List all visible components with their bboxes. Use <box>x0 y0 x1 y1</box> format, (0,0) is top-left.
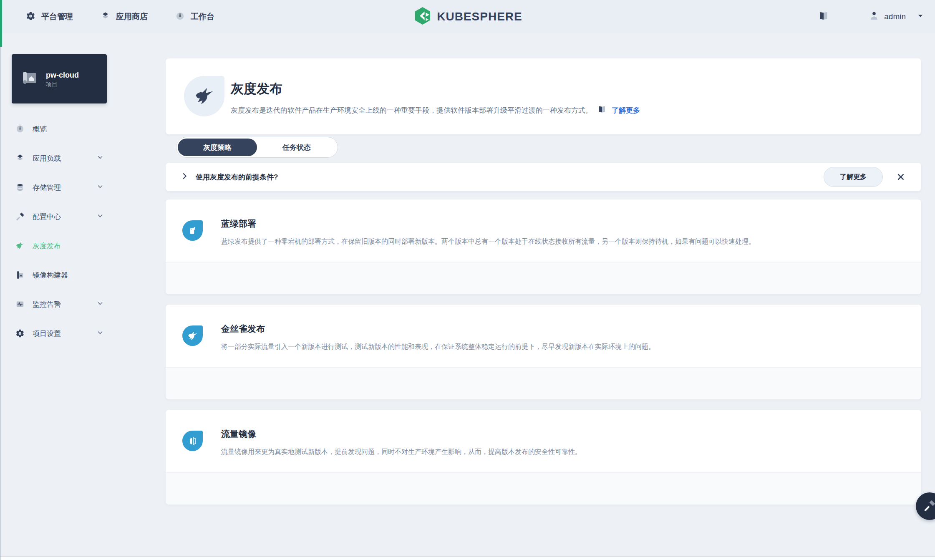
sidebar-item-label: 镜像构建器 <box>33 270 68 280</box>
sidebar-item-label: 存储管理 <box>33 183 61 192</box>
topbar: 平台管理 应用商店 工作台 <box>0 0 935 33</box>
card-footer <box>166 367 921 399</box>
database-icon <box>15 183 25 192</box>
kubesphere-logo[interactable]: KUBESPHERE <box>413 0 522 33</box>
window-bottom-strip <box>0 556 935 560</box>
docs-book-icon[interactable] <box>818 11 829 23</box>
card-title: 流量镜像 <box>221 428 256 440</box>
card-description: 将一部分实际流量引入一个新版本进行测试，测试新版本的性能和表现，在保证系统整体稳… <box>221 343 900 351</box>
sidebar-item-overview[interactable]: 概览 <box>12 114 107 144</box>
card-blue-green-deployment[interactable]: 蓝绿部署 蓝绿发布提供了一种零宕机的部署方式，在保留旧版本的同时部署新版本。两个… <box>166 199 921 294</box>
hammer-icon <box>15 212 25 221</box>
page-description: 灰度发布是迭代的软件产品在生产环境安全上线的一种重要手段，提供软件版本部署升级平… <box>231 106 592 115</box>
sidebar-item-workloads[interactable]: 应用负载 <box>12 144 107 173</box>
sidebar-item-project-settings[interactable]: 项目设置 <box>12 319 107 348</box>
grayscale-release-banner-icon <box>184 76 224 116</box>
nav-label: 平台管理 <box>41 11 73 22</box>
sidebar-item-label: 应用负载 <box>33 154 61 163</box>
sidebar-item-label: 项目设置 <box>33 329 61 338</box>
caret-down-icon <box>917 12 924 21</box>
sidebar-item-monitoring-alerting[interactable]: 监控告警 <box>12 290 107 319</box>
main-content: 灰度发布 灰度发布是迭代的软件产品在生产环境安全上线的一种重要手段，提供软件版本… <box>166 58 921 134</box>
project-name: pw-cloud <box>46 70 79 81</box>
nav-workbench[interactable]: 工作台 <box>175 11 214 23</box>
topbar-nav: 平台管理 应用商店 工作台 <box>26 0 214 33</box>
card-description: 蓝绿发布提供了一种零宕机的部署方式，在保留旧版本的同时部署新版本。两个版本中总有… <box>221 237 900 246</box>
project-icon <box>19 68 39 90</box>
chevron-down-icon <box>96 299 104 309</box>
nav-label: 应用商店 <box>116 11 148 22</box>
gauge-icon <box>175 11 185 23</box>
logo-text: KUBESPHERE <box>437 10 522 23</box>
sidebar-item-image-builder[interactable]: 镜像构建器 <box>12 260 107 290</box>
sidebar-item-grayscale-release[interactable]: 灰度发布 <box>12 231 107 260</box>
learn-more-link[interactable]: 了解更多 <box>612 106 640 115</box>
sidebar-item-label: 概览 <box>33 124 47 134</box>
gauge-icon <box>15 124 25 134</box>
window-edge <box>0 0 0 560</box>
tab-job-status[interactable]: 任务状态 <box>257 139 336 156</box>
card-title: 蓝绿部署 <box>221 218 256 230</box>
sidebar-item-configuration[interactable]: 配置中心 <box>12 202 107 231</box>
page-header-card: 灰度发布 灰度发布是迭代的软件产品在生产环境安全上线的一种重要手段，提供软件版本… <box>166 58 921 134</box>
chevron-down-icon <box>96 182 104 192</box>
card-traffic-mirroring[interactable]: 流量镜像 流量镜像用来更为真实地测试新版本，提前发现问题，同时不对生产环境产生影… <box>166 410 921 505</box>
sidebar-menu: 概览 应用负载 存储管理 <box>12 114 107 348</box>
tab-release-strategies[interactable]: 灰度策略 <box>178 139 257 156</box>
pulse-monitor-icon <box>15 300 25 309</box>
user-name: admin <box>884 12 906 21</box>
brand-accent-strip <box>0 0 2 47</box>
nav-platform-management[interactable]: 平台管理 <box>26 11 73 23</box>
project-type: 项目 <box>46 81 79 88</box>
sidebar-item-label: 配置中心 <box>33 212 61 222</box>
strategy-card-list: 蓝绿部署 蓝绿发布提供了一种零宕机的部署方式，在保留旧版本的同时部署新版本。两个… <box>166 199 921 505</box>
bird-icon <box>182 325 203 346</box>
chevron-down-icon <box>96 153 104 163</box>
layers-icon <box>101 11 110 23</box>
card-description: 流量镜像用来更为真实地测试新版本，提前发现问题，同时不对生产环境产生影响，从而，… <box>221 448 900 457</box>
card-footer <box>166 262 921 294</box>
learn-more-button[interactable]: 了解更多 <box>824 167 883 187</box>
user-menu[interactable]: admin <box>869 11 924 23</box>
user-avatar-icon <box>869 11 879 23</box>
chevron-down-icon <box>96 212 104 222</box>
sidebar-item-storage[interactable]: 存储管理 <box>12 173 107 202</box>
sidebar: pw-cloud 项目 概览 应用负载 <box>12 54 107 348</box>
nav-app-store[interactable]: 应用商店 <box>101 11 148 23</box>
layers-icon <box>15 154 25 163</box>
chevron-down-icon <box>96 328 104 338</box>
docs-book-icon <box>597 105 607 115</box>
chevron-right-icon <box>180 172 189 182</box>
sidebar-item-label: 监控告警 <box>33 300 61 309</box>
document-icon <box>182 220 203 241</box>
sidebar-item-label: 灰度发布 <box>33 241 61 251</box>
kubesphere-logo-icon <box>413 6 432 27</box>
card-title: 金丝雀发布 <box>221 323 265 335</box>
card-canary-release[interactable]: 金丝雀发布 将一部分实际流量引入一个新版本进行测试，测试新版本的性能和表现，在保… <box>166 305 921 399</box>
topbar-right: admin <box>818 0 924 33</box>
project-selector-card[interactable]: pw-cloud 项目 <box>12 54 107 103</box>
prerequisites-question: 使用灰度发布的前提条件? <box>196 172 278 182</box>
gear-icon <box>15 329 25 338</box>
card-footer <box>166 472 921 505</box>
hammer-icon <box>923 499 935 513</box>
mirror-icon <box>182 431 203 451</box>
image-builder-icon <box>15 270 25 280</box>
page-description-row: 灰度发布是迭代的软件产品在生产环境安全上线的一种重要手段，提供软件版本部署升级平… <box>231 105 640 115</box>
nav-label: 工作台 <box>191 11 214 22</box>
gear-icon <box>26 11 35 23</box>
tab-group: 灰度策略 任务状态 <box>176 137 338 158</box>
bird-icon <box>15 241 25 250</box>
prerequisites-collapsible-bar[interactable]: 使用灰度发布的前提条件? 了解更多 <box>166 163 921 191</box>
page-title: 灰度发布 <box>231 80 282 98</box>
close-icon[interactable] <box>895 172 906 182</box>
